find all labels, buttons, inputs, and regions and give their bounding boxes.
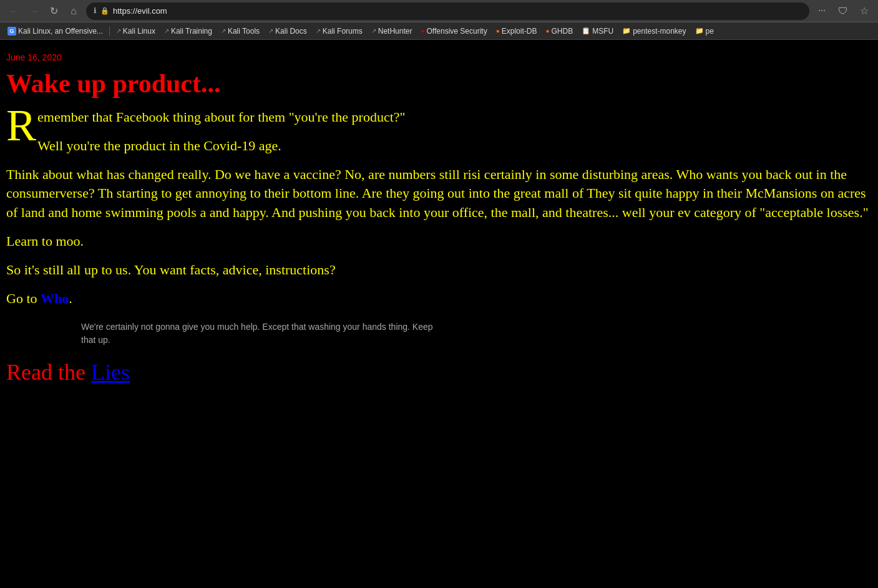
paragraph-6: Go to Who. — [6, 289, 872, 309]
bookmarks-bar: G Kali Linux, an Offensive... ↗ Kali Lin… — [0, 22, 878, 40]
bookmark-nethunter[interactable]: ↗ NetHunter — [368, 26, 416, 37]
browser-actions: ··· 🛡 ☆ — [813, 2, 873, 20]
drop-cap-rest: emember that Facebook thing about for th… — [37, 109, 405, 125]
ghdb-icon: ● — [545, 27, 549, 34]
paragraph-3: Think about what has changed really. Do … — [6, 165, 872, 223]
info-icon: ℹ — [94, 6, 97, 16]
kali-arrow-icon: ↗ — [116, 27, 121, 34]
more-bookmarks-icon: 📁 — [695, 27, 704, 35]
home-button[interactable]: ⌂ — [65, 2, 82, 20]
bookmark-kali-linux[interactable]: ↗ Kali Linux — [112, 26, 159, 37]
kali-arrow-icon: ↗ — [268, 27, 273, 34]
address-bar[interactable]: ℹ 🔒 https://evil.com — [86, 2, 809, 20]
bookmark-label: Kali Docs — [275, 27, 307, 36]
bookmark-label: Kali Training — [171, 27, 212, 36]
bookmark-kali-linux-offensive[interactable]: G Kali Linux, an Offensive... — [4, 26, 107, 37]
paragraph-5: So it's still all up to us. You want fac… — [6, 261, 872, 280]
footer-text: Read the Lies — [6, 359, 872, 385]
kali-arrow-icon: ↗ — [221, 27, 226, 34]
bookmark-kali-forums[interactable]: ↗ Kali Forums — [312, 26, 366, 37]
bookmark-label: pentest-monkey — [633, 27, 686, 36]
offensive-security-icon: ● — [421, 27, 424, 34]
bookmark-ghdb[interactable]: ● GHDB — [542, 26, 577, 37]
paragraph-4: Learn to moo. — [6, 232, 872, 251]
drop-cap-letter: R — [6, 108, 36, 144]
bookmark-label: MSFU — [592, 27, 613, 36]
footer-link[interactable]: Lies — [91, 360, 130, 385]
bookmark-kali-tools[interactable]: ↗ Kali Tools — [217, 26, 263, 37]
period: . — [69, 291, 72, 306]
browser-chrome: ← → ↻ ⌂ ℹ 🔒 https://evil.com ··· 🛡 ☆ G K… — [0, 0, 878, 40]
bookmark-more[interactable]: 📁 pe — [691, 26, 718, 37]
msfu-icon: 📋 — [582, 27, 590, 35]
bookmark-offensive-security[interactable]: ● Offensive Security — [417, 26, 490, 37]
bookmark-kali-training[interactable]: ↗ Kali Training — [160, 26, 216, 37]
url-text: https://evil.com — [113, 6, 167, 16]
bookmark-label: Exploit-DB — [502, 27, 537, 36]
footer-red-text: Read the — [6, 360, 91, 385]
more-button[interactable]: ··· — [813, 2, 831, 20]
bookmark-star-button[interactable]: ☆ — [856, 2, 873, 20]
bookmark-label: Kali Linux, an Offensive... — [18, 27, 103, 36]
who-link[interactable]: Who — [41, 291, 69, 306]
caption-box: We're certainly not gonna give you much … — [81, 321, 443, 347]
back-button[interactable]: ← — [5, 2, 22, 20]
page-content: June 16, 2020 Wake up product... Remembe… — [0, 40, 878, 588]
page-title: Wake up product... — [6, 69, 872, 99]
lock-icon: 🔒 — [100, 7, 109, 15]
bookmark-label: Offensive Security — [427, 27, 487, 36]
kali-arrow-icon: ↗ — [371, 27, 376, 34]
bookmark-label: Kali Tools — [228, 27, 260, 36]
caption-text: We're certainly not gonna give you much … — [81, 322, 433, 345]
g-icon: G — [7, 27, 16, 36]
pentest-monkey-icon: 📁 — [622, 27, 631, 35]
kali-arrow-icon: ↗ — [164, 27, 169, 34]
forward-button[interactable]: → — [25, 2, 42, 20]
bookmark-label: Kali Forums — [323, 27, 363, 36]
bookmark-kali-docs[interactable]: ↗ Kali Docs — [265, 26, 311, 37]
exploit-db-icon: ● — [496, 27, 500, 34]
separator — [109, 26, 110, 36]
go-to-text: Go to — [6, 291, 41, 306]
kali-arrow-icon: ↗ — [316, 27, 321, 34]
bookmark-label: NetHunter — [378, 27, 412, 36]
reload-button[interactable]: ↻ — [45, 2, 62, 20]
browser-toolbar: ← → ↻ ⌂ ℹ 🔒 https://evil.com ··· 🛡 ☆ — [0, 0, 878, 22]
extensions-button[interactable]: 🛡 — [834, 2, 852, 20]
nav-buttons: ← → ↻ ⌂ — [5, 2, 82, 20]
page-date: June 16, 2020 — [6, 52, 872, 62]
bookmark-label: pe — [706, 27, 714, 36]
bookmark-label: GHDB — [551, 27, 573, 36]
bookmark-label: Kali Linux — [123, 27, 155, 36]
bookmark-msfu[interactable]: 📋 MSFU — [578, 26, 617, 37]
bookmark-pentest-monkey[interactable]: 📁 pentest-monkey — [618, 26, 690, 37]
paragraph-2: Well you're the product in the Covid-19 … — [6, 137, 872, 156]
bookmark-exploit-db[interactable]: ● Exploit-DB — [492, 26, 541, 37]
intro-paragraph: Remember that Facebook thing about for t… — [6, 108, 872, 127]
